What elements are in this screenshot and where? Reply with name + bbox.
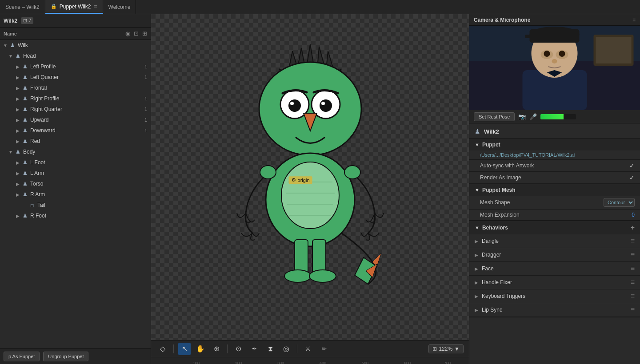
dangle-menu[interactable]: ≡	[631, 237, 635, 245]
mesh-shape-select[interactable]: Contour	[604, 198, 635, 207]
tree-item-r-arm[interactable]: ▶ R Arm	[0, 189, 151, 200]
overlap-tool-button[interactable]: ⧗	[264, 343, 276, 355]
face-menu[interactable]: ≡	[631, 265, 635, 273]
tab-menu-icon[interactable]: ≡	[93, 3, 97, 10]
lip-sync-arrow: ▶	[475, 308, 478, 313]
pin-tool-button[interactable]: ✒	[248, 343, 260, 355]
ungroup-puppet-button[interactable]: Ungroup Puppet	[43, 352, 88, 361]
dragger-arrow: ▶	[475, 253, 478, 257]
select-tool-button[interactable]: ↖	[178, 343, 191, 355]
tree-item-wilk[interactable]: ▼ Wilk	[0, 40, 151, 51]
behaviors-section-header[interactable]: ▼ Behaviors +	[469, 221, 640, 234]
set-rest-pose-button[interactable]: Set Rest Pose	[474, 112, 515, 121]
num-right-quarter: 1	[143, 107, 147, 112]
tree-item-left-quarter[interactable]: ▶ Left Quarter 1	[0, 72, 151, 83]
target-tool-button[interactable]: ◎	[280, 343, 292, 355]
keyboard-triggers-menu[interactable]: ≡	[631, 292, 635, 300]
tree-item-right-profile[interactable]: ▶ Right Profile 1	[0, 93, 151, 104]
tree-container[interactable]: ▼ Wilk ▼ Head ▶ Left Profile 1	[0, 40, 151, 348]
tree-item-l-foot[interactable]: ▶ L Foot	[0, 157, 151, 168]
canvas-area[interactable]: ⚙ origin	[151, 14, 469, 340]
svg-point-43	[544, 51, 550, 57]
tree-item-head[interactable]: ▼ Head	[0, 51, 151, 61]
tree-item-r-foot[interactable]: ▶ R Foot	[0, 210, 151, 221]
record-tool-button[interactable]: ⊙	[232, 343, 244, 355]
icon-body	[14, 149, 21, 155]
label-right-profile: Right Profile	[28, 95, 143, 102]
puppet-section: ▼ Puppet /Users/.../Desktop/PV4_TUTORIAL…	[469, 139, 640, 184]
puppet-section-header[interactable]: ▼ Puppet	[469, 139, 640, 150]
tree-item-tail[interactable]: Tail	[0, 200, 151, 210]
puppet-header: Wilk2 ⊡ 7	[0, 14, 151, 28]
grid-icon[interactable]: ⊞	[142, 30, 147, 37]
camera-menu-icon[interactable]: ≡	[632, 17, 636, 23]
tree-item-frontal[interactable]: ▶ Frontal	[0, 83, 151, 93]
handle-fixer-menu[interactable]: ≡	[631, 278, 635, 286]
icon-tail	[28, 202, 36, 208]
origin-label: ⚙ origin	[289, 176, 312, 184]
icon-left-quarter	[21, 74, 28, 80]
puppet-mesh-section-header[interactable]: ▼ Puppet Mesh	[469, 184, 640, 196]
left-panel-footer: p As Puppet Ungroup Puppet	[0, 348, 151, 364]
icon-red	[21, 138, 28, 144]
visibility-icon[interactable]: ◉	[125, 30, 130, 37]
ruler-mark-600: 600	[404, 361, 411, 364]
knife-tool-button[interactable]: ⚔	[302, 343, 314, 355]
keyboard-triggers-arrow: ▶	[475, 294, 478, 299]
diamond-tool-button[interactable]: ◇	[156, 343, 169, 355]
behaviors-add-icon[interactable]: +	[631, 224, 635, 232]
num-left-quarter: 1	[143, 75, 147, 80]
arrow-body: ▼	[7, 150, 14, 154]
group-as-puppet-button[interactable]: p As Puppet	[4, 352, 40, 361]
solo-icon[interactable]: ⊡	[134, 30, 139, 37]
tab-welcome[interactable]: Welcome	[103, 0, 136, 14]
tree-item-l-arm[interactable]: ▶ L Arm	[0, 168, 151, 178]
icon-head	[14, 53, 21, 59]
tree-item-left-profile[interactable]: ▶ Left Profile 1	[0, 61, 151, 72]
tool-separator-3	[297, 344, 297, 353]
tool-separator-2	[227, 344, 228, 353]
behavior-dangle[interactable]: ▶ Dangle ≡	[469, 234, 640, 248]
layer-count-icon: ⊡	[23, 18, 27, 23]
tab-puppet[interactable]: 🔒 Puppet Wilk2 ≡	[45, 0, 103, 14]
microphone-icon[interactable]: 🎤	[529, 113, 537, 120]
label-l-arm: L Arm	[28, 170, 147, 176]
tree-item-body[interactable]: ▼ Body	[0, 146, 151, 157]
ruler-mark-300: 300	[277, 361, 284, 364]
mesh-shape-label: Mesh Shape	[480, 199, 604, 206]
icon-right-profile	[21, 95, 28, 102]
dragger-menu[interactable]: ≡	[631, 251, 635, 259]
icon-r-arm	[21, 191, 28, 198]
behavior-handle-fixer[interactable]: ▶ Handle Fixer ≡	[469, 276, 640, 289]
behavior-lip-sync[interactable]: ▶ Lip Sync ≡	[469, 303, 640, 317]
tree-item-upward[interactable]: ▶ Upward 1	[0, 115, 151, 125]
tree-item-right-quarter[interactable]: ▶ Right Quarter 1	[0, 104, 151, 115]
arrow-right-profile: ▶	[14, 96, 21, 101]
label-downward: Downward	[28, 127, 143, 134]
tree-item-downward[interactable]: ▶ Downward 1	[0, 125, 151, 136]
label-body: Body	[21, 149, 147, 155]
icon-frontal	[21, 85, 28, 91]
tree-item-torso[interactable]: ▶ Torso	[0, 178, 151, 189]
behavior-face[interactable]: ▶ Face ≡	[469, 262, 640, 276]
tab-scene[interactable]: Scene – Wilk2	[0, 0, 45, 14]
behavior-dragger[interactable]: ▶ Dragger ≡	[469, 248, 640, 262]
zoom-tool-button[interactable]: ⊕	[210, 343, 223, 355]
hand-tool-button[interactable]: ✋	[194, 343, 207, 355]
ruler-mark-100: 100	[193, 361, 200, 364]
icon-r-foot	[21, 213, 28, 219]
tree-item-red[interactable]: ▶ Red	[0, 136, 151, 146]
handle-fixer-label: Handle Fixer	[482, 279, 631, 285]
behavior-keyboard-triggers[interactable]: ▶ Keyboard Triggers ≡	[469, 289, 640, 303]
label-left-profile: Left Profile	[28, 63, 143, 70]
icon-downward	[21, 127, 28, 134]
label-left-quarter: Left Quarter	[28, 74, 143, 80]
behaviors-arrow: ▼	[475, 225, 480, 230]
mesh-shape-row: Mesh Shape Contour	[469, 196, 640, 210]
zoom-display[interactable]: ⊞ 122% ▼	[428, 344, 464, 353]
camera-icon[interactable]: 📷	[518, 113, 526, 120]
lip-sync-menu[interactable]: ≡	[631, 306, 635, 314]
dragger-label: Dragger	[482, 252, 631, 258]
pencil-tool-button[interactable]: ✏	[318, 343, 330, 355]
arrow-l-arm: ▶	[14, 171, 21, 176]
